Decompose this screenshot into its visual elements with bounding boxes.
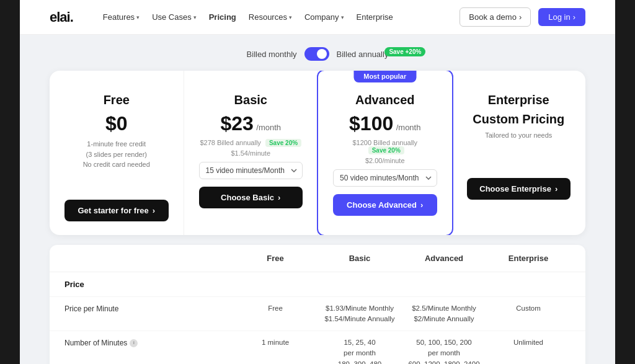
free-plan-button[interactable]: Get starter for free ›: [64, 200, 169, 221]
nav-pricing[interactable]: Pricing: [209, 12, 236, 22]
enterprise-plan-card: Enterprise Custom Pricing Tailored to yo…: [452, 71, 586, 235]
basic-minutes-select[interactable]: 15 video minutes/Month: [199, 162, 303, 179]
enterprise-plan-price: Custom Pricing: [467, 112, 571, 127]
basic-plan-billed: $278 Billed annually Save 20%: [199, 139, 303, 147]
arrow-right-icon: ›: [573, 12, 575, 22]
nav-resources[interactable]: Resources ▾: [249, 12, 292, 22]
comparison-section-title: Price: [50, 272, 585, 297]
advanced-plan-card: Most popular Advanced $100 /month $1200 …: [317, 71, 453, 235]
table-row: Price per Minute Free $1.93/Minute Month…: [50, 297, 585, 332]
comp-header-empty: [64, 254, 233, 263]
nav-enterprise[interactable]: Enterprise: [357, 12, 393, 22]
chevron-down-icon: ▾: [136, 14, 140, 20]
price-per-minute-advanced: $2.5/Minute Monthly$2/Minute Annually: [402, 303, 486, 325]
chevron-down-icon: ▾: [341, 14, 344, 20]
advanced-plan-name: Advanced: [333, 93, 437, 107]
advanced-per-min: $2.00/minute: [333, 157, 437, 164]
advanced-plan-button[interactable]: Choose Advanced ›: [333, 194, 437, 216]
basic-plan-price: $23 /month: [199, 112, 303, 135]
pricing-cards-section: Free $0 1-minute free credit(3 slides pe…: [20, 71, 615, 245]
basic-price-per: /month: [256, 123, 281, 132]
login-button[interactable]: Log in ›: [538, 8, 585, 26]
nav-features[interactable]: Features ▾: [103, 12, 140, 22]
price-per-minute-enterprise: Custom: [486, 303, 571, 314]
basic-plan-name: Basic: [199, 93, 303, 107]
comp-header-free: Free: [233, 254, 318, 263]
comp-header-basic: Basic: [318, 254, 402, 263]
price-per-minute-label: Price per Minute: [64, 303, 233, 314]
chevron-down-icon: ▾: [193, 14, 197, 20]
info-icon: i: [130, 339, 138, 347]
arrow-right-icon: ›: [519, 12, 522, 22]
basic-plan-button[interactable]: Choose Basic ›: [199, 187, 303, 208]
enterprise-plan-name: Enterprise: [467, 93, 571, 107]
billing-annually-label: Billed annually: [337, 50, 389, 59]
advanced-price-amount: $100: [349, 112, 393, 135]
nav-company[interactable]: Company ▾: [304, 12, 344, 22]
comparison-header: Free Basic Advanced Enterprise: [50, 245, 585, 272]
advanced-minutes-select[interactable]: 50 video minutes/Month: [333, 169, 437, 187]
nav-use-cases[interactable]: Use Cases ▾: [152, 12, 197, 22]
popular-badge: Most popular: [353, 71, 416, 82]
logo: elai.: [50, 9, 73, 25]
basic-plan-card: Basic $23 /month $278 Billed annually Sa…: [184, 71, 319, 235]
advanced-plan-price: $100 /month: [333, 112, 437, 135]
chevron-down-icon: ▾: [289, 14, 292, 20]
basic-per-min: $1.54/minute: [199, 149, 303, 157]
advanced-save-tag: Save 20%: [368, 146, 404, 154]
book-demo-button[interactable]: Book a demo ›: [460, 7, 531, 27]
number-of-minutes-label: Number of Minutes i: [64, 337, 233, 348]
nav-actions: Book a demo › Log in ›: [460, 7, 585, 27]
arrow-right-icon: ›: [153, 206, 155, 215]
comp-header-enterprise: Enterprise: [486, 254, 571, 263]
billing-monthly-label: Billed monthly: [247, 50, 297, 59]
enterprise-plan-button[interactable]: Choose Enterprise ›: [467, 178, 571, 200]
number-of-minutes-free: 1 minute: [233, 337, 318, 348]
basic-price-amount: $23: [220, 112, 253, 135]
pricing-cards-container: Free $0 1-minute free credit(3 slides pe…: [50, 71, 585, 235]
advanced-plan-billed: $1200 Billed annually Save 20%: [333, 139, 437, 154]
enterprise-price-amount: Custom Pricing: [473, 112, 564, 126]
free-plan-subtitle: 1-minute free credit(3 slides per render…: [64, 139, 169, 170]
basic-save-tag: Save 20%: [265, 139, 301, 147]
toggle-track[interactable]: [304, 47, 329, 61]
price-per-minute-basic: $1.93/Minute Monthly$1.54/Minute Annuall…: [318, 303, 402, 325]
free-price-amount: $0: [105, 112, 128, 135]
number-of-minutes-basic: 15, 25, 40per month180, 300, 480per year: [318, 337, 402, 364]
arrow-right-icon: ›: [420, 200, 423, 210]
enterprise-subtitle: Tailored to your needs: [467, 130, 571, 141]
save-badge: Save +20%: [384, 47, 425, 56]
arrow-right-icon: ›: [555, 184, 557, 193]
billing-annually-wrap: Billed annually Save +20%: [337, 48, 389, 60]
number-of-minutes-enterprise: Unlimited: [486, 337, 571, 348]
free-plan-price: $0: [64, 112, 169, 135]
navigation: elai. Features ▾ Use Cases ▾ Pricing Res…: [20, 0, 615, 35]
toggle-thumb: [317, 49, 327, 59]
arrow-right-icon: ›: [278, 193, 280, 202]
billing-toggle-section: Billed monthly Billed annually Save +20%: [20, 35, 615, 71]
price-per-minute-free: Free: [233, 303, 318, 314]
billing-toggle[interactable]: [304, 47, 329, 61]
comparison-table-section: Free Basic Advanced Enterprise Price Pri…: [50, 245, 585, 365]
free-plan-card: Free $0 1-minute free credit(3 slides pe…: [50, 71, 184, 235]
advanced-price-per: /month: [396, 123, 421, 132]
table-row: Number of Minutes i 1 minute 15, 25, 40p…: [50, 331, 585, 364]
nav-links: Features ▾ Use Cases ▾ Pricing Resources…: [103, 12, 440, 22]
number-of-minutes-advanced: 50, 100, 150, 200per month600, 1200, 180…: [402, 337, 486, 364]
comp-header-advanced: Advanced: [402, 254, 486, 263]
free-plan-name: Free: [64, 93, 169, 107]
